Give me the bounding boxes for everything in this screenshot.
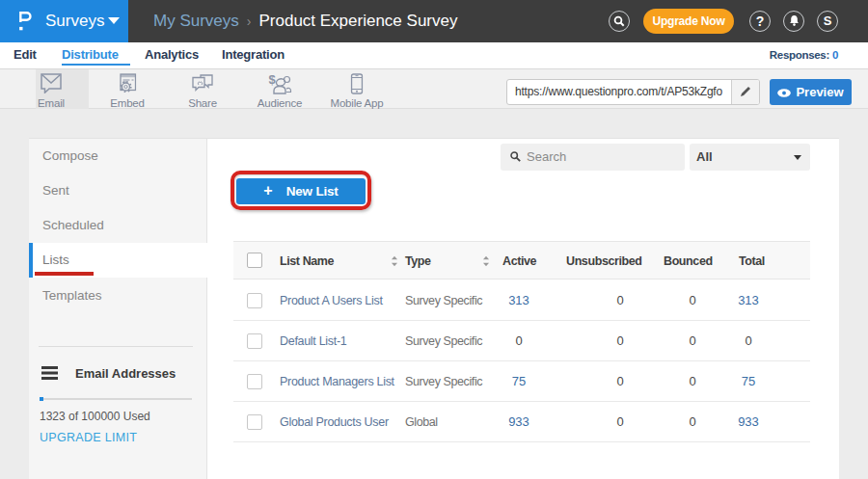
svg-text:$: $ — [269, 73, 277, 87]
